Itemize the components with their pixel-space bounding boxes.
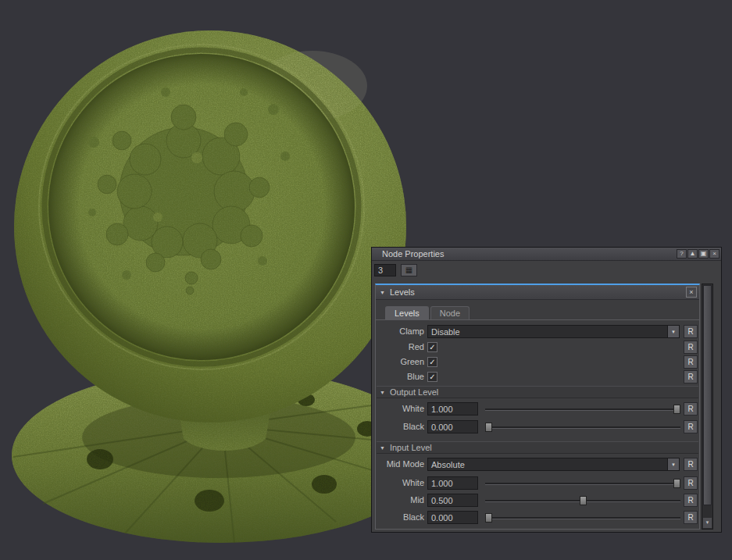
triangle-down-icon: ▼ (705, 520, 710, 525)
input-mid-slider[interactable] (485, 494, 680, 507)
output-white-reset-button[interactable]: R (684, 402, 698, 416)
clamp-dropdown-value: Disable (428, 326, 667, 337)
input-white-field[interactable]: 1.000 (427, 476, 478, 490)
blue-row: Blue ✓ R (376, 370, 699, 384)
close-icon[interactable]: × (709, 249, 720, 259)
slider-track (485, 426, 680, 429)
mid-mode-label: Mid Mode (376, 459, 424, 469)
input-black-slider[interactable] (485, 511, 680, 524)
property-tabs: Levels Node (385, 306, 471, 320)
slider-handle[interactable] (673, 479, 680, 488)
check-icon: ✓ (429, 343, 435, 351)
input-white-label: White (376, 478, 424, 487)
blue-checkbox[interactable]: ✓ (427, 372, 437, 382)
input-level-header[interactable]: ▼ Input Level (377, 441, 698, 454)
green-label: Green (376, 357, 424, 366)
slider-handle[interactable] (580, 496, 587, 505)
mid-mode-reset-button[interactable]: R (684, 458, 698, 471)
output-black-slider[interactable] (485, 420, 680, 433)
section-title: Input Level (390, 443, 432, 452)
blue-reset-button[interactable]: R (684, 370, 698, 383)
help-icon[interactable]: ? (677, 249, 687, 259)
green-reset-button[interactable]: R (684, 355, 698, 369)
green-row: Green ✓ R (376, 355, 699, 369)
tab-node[interactable]: Node (430, 306, 470, 320)
triangle-down-icon[interactable]: ▼ (380, 290, 385, 295)
slider-track (485, 483, 680, 485)
clamp-reset-button[interactable]: R (684, 325, 698, 338)
output-black-row: Black 0.000 R (376, 420, 699, 434)
blue-label: Blue (376, 372, 424, 381)
scroll-down-button[interactable]: ▼ (703, 518, 712, 528)
node-close-button[interactable]: × (686, 287, 697, 298)
output-black-reset-button[interactable]: R (684, 420, 698, 433)
input-black-reset-button[interactable]: R (684, 511, 698, 524)
input-white-reset-button[interactable]: R (684, 476, 698, 490)
panel-title: Node Properties (382, 249, 676, 259)
mid-mode-dropdown[interactable]: Absolute ▼ (427, 458, 680, 471)
check-icon: ✓ (429, 373, 435, 381)
input-white-slider[interactable] (485, 476, 680, 490)
check-icon: ✓ (429, 358, 435, 366)
node-name: Levels (390, 287, 686, 297)
panel-scrollbar[interactable]: ▼ (702, 284, 713, 530)
chevron-down-icon[interactable]: ▼ (667, 326, 679, 337)
mid-mode-dropdown-value: Absolute (428, 458, 667, 470)
input-black-row: Black 0.000 R (376, 511, 699, 525)
levels-node-header[interactable]: ▼ Levels × (376, 285, 699, 300)
node-options-button[interactable]: ▦ (401, 264, 417, 276)
slider-track (485, 517, 680, 519)
output-white-row: White 1.000 R (376, 402, 699, 416)
green-checkbox[interactable]: ✓ (427, 357, 437, 367)
tab-levels[interactable]: Levels (385, 306, 429, 320)
slider-track (485, 408, 680, 411)
slider-handle[interactable] (485, 423, 492, 432)
output-level-header[interactable]: ▼ Output Level (377, 386, 698, 398)
output-black-label: Black (376, 422, 424, 431)
input-white-row: White 1.000 R (376, 476, 699, 490)
grass-noise-overlay (12, 30, 430, 543)
levels-node-frame: ▼ Levels × Levels Node Clamp Disable ▼ R… (375, 284, 700, 530)
output-white-field[interactable]: 1.000 (427, 402, 478, 416)
slider-handle[interactable] (485, 513, 492, 523)
slider-handle[interactable] (673, 405, 680, 414)
node-index-field[interactable]: 3 (374, 264, 396, 276)
chevron-down-icon[interactable]: ▼ (667, 458, 679, 470)
triangle-down-icon: ▼ (380, 390, 385, 395)
input-black-field[interactable]: 0.000 (427, 511, 478, 524)
rollup-icon[interactable]: ▲ (687, 249, 698, 259)
input-mid-row: Mid 0.500 R (376, 494, 699, 508)
section-title: Output Level (390, 387, 438, 397)
maximize-icon[interactable]: ▣ (698, 249, 709, 259)
node-properties-panel: Node Properties ? ▲ ▣ × 3 ▦ ▼ Levels × L… (371, 247, 722, 533)
panel-titlebar[interactable]: Node Properties ? ▲ ▣ × (372, 248, 721, 261)
output-black-field[interactable]: 0.000 (427, 420, 478, 433)
tabs-divider (376, 319, 699, 320)
input-mid-reset-button[interactable]: R (684, 494, 698, 507)
mid-mode-row: Mid Mode Absolute ▼ R (376, 458, 699, 472)
red-label: Red (376, 342, 424, 351)
output-white-label: White (376, 404, 424, 413)
output-white-slider[interactable] (485, 402, 680, 416)
input-mid-field[interactable]: 0.500 (427, 494, 478, 507)
clamp-row: Clamp Disable ▼ R (376, 325, 699, 339)
clamp-dropdown[interactable]: Disable ▼ (427, 325, 680, 338)
red-reset-button[interactable]: R (684, 341, 698, 354)
input-black-label: Black (376, 512, 424, 522)
triangle-down-icon: ▼ (380, 445, 385, 451)
red-row: Red ✓ R (376, 341, 699, 355)
input-mid-label: Mid (376, 495, 424, 505)
red-checkbox[interactable]: ✓ (427, 342, 437, 352)
grid-icon: ▦ (405, 266, 412, 274)
clamp-label: Clamp (376, 326, 424, 336)
scrollbar-thumb[interactable] (703, 285, 712, 505)
